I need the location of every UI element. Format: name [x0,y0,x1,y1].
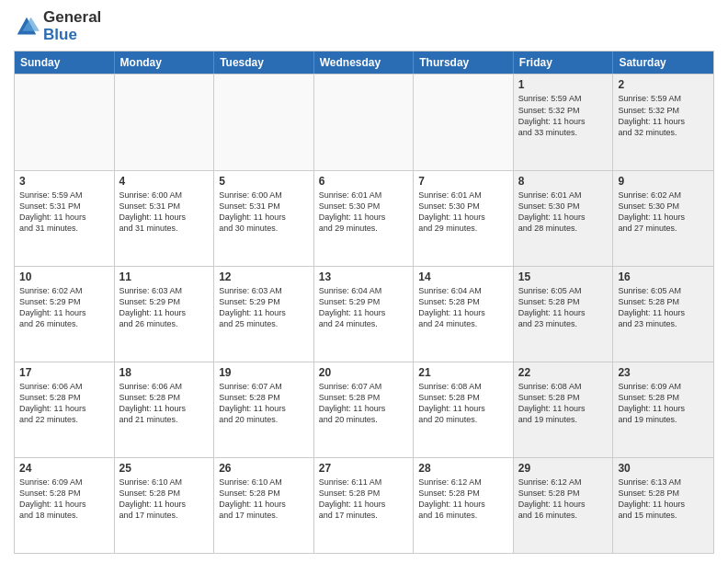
calendar-cell: 29Sunrise: 6:12 AM Sunset: 5:28 PM Dayli… [514,458,614,553]
day-number: 19 [219,366,309,379]
logo-text: General​ Blue [43,9,101,43]
calendar-cell: 8Sunrise: 6:01 AM Sunset: 5:30 PM Daylig… [514,171,614,266]
calendar-cell: 14Sunrise: 6:04 AM Sunset: 5:28 PM Dayli… [414,267,514,362]
day-number: 15 [518,270,609,283]
calendar-row: 3Sunrise: 5:59 AM Sunset: 5:31 PM Daylig… [15,170,713,266]
day-number: 17 [19,366,109,379]
calendar-cell [115,75,215,169]
calendar-cell: 18Sunrise: 6:06 AM Sunset: 5:28 PM Dayli… [115,362,215,457]
calendar-cell: 21Sunrise: 6:08 AM Sunset: 5:28 PM Dayli… [414,362,514,457]
calendar-cell [214,75,314,169]
day-number: 3 [19,175,109,188]
day-number: 9 [618,175,709,188]
cell-details: Sunrise: 6:10 AM Sunset: 5:28 PM Dayligh… [219,477,309,522]
calendar-cell: 5Sunrise: 6:00 AM Sunset: 5:31 PM Daylig… [214,171,314,266]
cell-details: Sunrise: 6:09 AM Sunset: 5:28 PM Dayligh… [19,477,109,522]
calendar-cell: 13Sunrise: 6:04 AM Sunset: 5:29 PM Dayli… [314,267,415,362]
calendar-cell: 3Sunrise: 5:59 AM Sunset: 5:31 PM Daylig… [15,171,115,266]
day-number: 10 [19,270,109,283]
cell-details: Sunrise: 6:08 AM Sunset: 5:28 PM Dayligh… [418,381,508,426]
day-number: 14 [418,270,508,283]
day-number: 11 [119,270,210,283]
calendar: SundayMondayTuesdayWednesdayThursdayFrid… [14,51,714,554]
cell-details: Sunrise: 6:05 AM Sunset: 5:28 PM Dayligh… [618,285,709,330]
calendar-cell: 12Sunrise: 6:03 AM Sunset: 5:29 PM Dayli… [214,267,314,362]
day-number: 13 [319,270,409,283]
day-number: 24 [19,462,109,475]
day-number: 18 [119,366,210,379]
calendar-row: 17Sunrise: 6:06 AM Sunset: 5:28 PM Dayli… [15,362,713,457]
calendar-row: 10Sunrise: 6:02 AM Sunset: 5:29 PM Dayli… [15,266,713,362]
calendar-header: SundayMondayTuesdayWednesdayThursdayFrid… [15,52,713,74]
logo-icon [14,14,40,40]
cell-details: Sunrise: 6:04 AM Sunset: 5:29 PM Dayligh… [319,285,409,330]
cell-details: Sunrise: 6:02 AM Sunset: 5:29 PM Dayligh… [19,285,109,330]
cell-details: Sunrise: 6:06 AM Sunset: 5:28 PM Dayligh… [19,381,109,426]
calendar-cell [414,75,514,169]
cell-details: Sunrise: 6:01 AM Sunset: 5:30 PM Dayligh… [319,190,409,235]
cell-details: Sunrise: 5:59 AM Sunset: 5:31 PM Dayligh… [19,190,109,235]
day-number: 28 [418,462,508,475]
day-number: 8 [518,175,609,188]
cell-details: Sunrise: 5:59 AM Sunset: 5:32 PM Dayligh… [618,93,709,138]
calendar-cell [314,75,415,169]
day-number: 7 [418,175,508,188]
cell-details: Sunrise: 6:10 AM Sunset: 5:28 PM Dayligh… [119,477,210,522]
weekday-header: Sunday [15,52,115,74]
calendar-cell: 4Sunrise: 6:00 AM Sunset: 5:31 PM Daylig… [115,171,215,266]
cell-details: Sunrise: 6:09 AM Sunset: 5:28 PM Dayligh… [618,381,709,426]
cell-details: Sunrise: 6:00 AM Sunset: 5:31 PM Dayligh… [219,190,309,235]
calendar-cell: 9Sunrise: 6:02 AM Sunset: 5:30 PM Daylig… [613,171,713,266]
weekday-header: Monday [115,52,215,74]
day-number: 22 [518,366,609,379]
calendar-cell: 17Sunrise: 6:06 AM Sunset: 5:28 PM Dayli… [15,362,115,457]
day-number: 23 [618,366,709,379]
day-number: 30 [618,462,709,475]
calendar-cell: 23Sunrise: 6:09 AM Sunset: 5:28 PM Dayli… [613,362,713,457]
calendar-cell: 26Sunrise: 6:10 AM Sunset: 5:28 PM Dayli… [214,458,314,553]
cell-details: Sunrise: 6:12 AM Sunset: 5:28 PM Dayligh… [418,477,508,522]
day-number: 27 [319,462,409,475]
day-number: 16 [618,270,709,283]
day-number: 29 [518,462,609,475]
calendar-cell: 1Sunrise: 5:59 AM Sunset: 5:32 PM Daylig… [514,75,614,169]
cell-details: Sunrise: 6:01 AM Sunset: 5:30 PM Dayligh… [418,190,508,235]
calendar-cell: 24Sunrise: 6:09 AM Sunset: 5:28 PM Dayli… [15,458,115,553]
weekday-header: Saturday [613,52,713,74]
calendar-cell [15,75,115,169]
weekday-header: Thursday [414,52,514,74]
weekday-header: Tuesday [214,52,314,74]
cell-details: Sunrise: 6:01 AM Sunset: 5:30 PM Dayligh… [518,190,609,235]
cell-details: Sunrise: 6:06 AM Sunset: 5:28 PM Dayligh… [119,381,210,426]
calendar-cell: 25Sunrise: 6:10 AM Sunset: 5:28 PM Dayli… [115,458,215,553]
calendar-cell: 7Sunrise: 6:01 AM Sunset: 5:30 PM Daylig… [414,171,514,266]
calendar-cell: 16Sunrise: 6:05 AM Sunset: 5:28 PM Dayli… [613,267,713,362]
day-number: 12 [219,270,309,283]
day-number: 21 [418,366,508,379]
calendar-cell: 28Sunrise: 6:12 AM Sunset: 5:28 PM Dayli… [414,458,514,553]
calendar-row: 1Sunrise: 5:59 AM Sunset: 5:32 PM Daylig… [15,74,713,169]
cell-details: Sunrise: 6:03 AM Sunset: 5:29 PM Dayligh… [219,285,309,330]
calendar-cell: 10Sunrise: 6:02 AM Sunset: 5:29 PM Dayli… [15,267,115,362]
cell-details: Sunrise: 6:04 AM Sunset: 5:28 PM Dayligh… [418,285,508,330]
day-number: 26 [219,462,309,475]
day-number: 5 [219,175,309,188]
cell-details: Sunrise: 6:12 AM Sunset: 5:28 PM Dayligh… [518,477,609,522]
calendar-cell: 30Sunrise: 6:13 AM Sunset: 5:28 PM Dayli… [613,458,713,553]
calendar-row: 24Sunrise: 6:09 AM Sunset: 5:28 PM Dayli… [15,457,713,553]
calendar-cell: 6Sunrise: 6:01 AM Sunset: 5:30 PM Daylig… [314,171,415,266]
page-header: General​ Blue [14,9,714,43]
cell-details: Sunrise: 5:59 AM Sunset: 5:32 PM Dayligh… [518,93,609,138]
calendar-body: 1Sunrise: 5:59 AM Sunset: 5:32 PM Daylig… [15,74,713,553]
cell-details: Sunrise: 6:03 AM Sunset: 5:29 PM Dayligh… [119,285,210,330]
cell-details: Sunrise: 6:08 AM Sunset: 5:28 PM Dayligh… [518,381,609,426]
calendar-cell: 27Sunrise: 6:11 AM Sunset: 5:28 PM Dayli… [314,458,415,553]
day-number: 4 [119,175,210,188]
calendar-cell: 2Sunrise: 5:59 AM Sunset: 5:32 PM Daylig… [613,75,713,169]
day-number: 20 [319,366,409,379]
day-number: 25 [119,462,210,475]
calendar-page: General​ Blue SundayMondayTuesdayWednesd… [0,0,728,563]
calendar-cell: 15Sunrise: 6:05 AM Sunset: 5:28 PM Dayli… [514,267,614,362]
weekday-header: Friday [514,52,614,74]
cell-details: Sunrise: 6:07 AM Sunset: 5:28 PM Dayligh… [319,381,409,426]
